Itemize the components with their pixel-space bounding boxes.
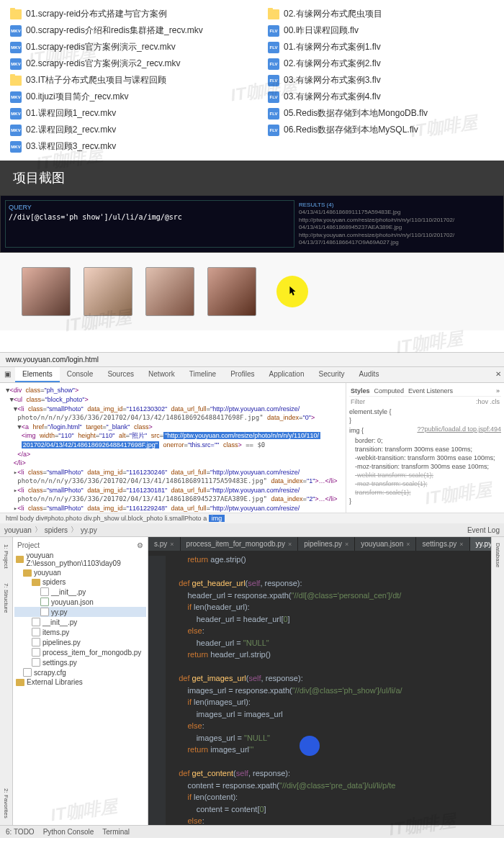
- project-tree[interactable]: Project ⚙ youyuan Z:\lesson_python\1103\…: [13, 537, 148, 825]
- devtools-tab-profiles[interactable]: Profiles: [223, 367, 261, 382]
- flv-icon: FLV: [268, 91, 279, 103]
- browser-url-bar[interactable]: www.youyuan.com/login.html: [0, 352, 504, 366]
- devtools-elements-panel[interactable]: ▼<div class="ph_show"> ▼<ul class="block…: [0, 383, 346, 513]
- devtools-tab-audits[interactable]: Audits: [352, 367, 387, 382]
- crumb-segment[interactable]: html: [6, 515, 18, 522]
- tree-item[interactable]: scrapy.cfg: [14, 667, 146, 677]
- crumb-segment[interactable]: a: [203, 515, 207, 522]
- css-rule[interactable]: transition: transform 300ms ease 100ms;: [349, 446, 501, 453]
- css-rule[interactable]: transform: scale(1);: [349, 489, 501, 496]
- file-name: 01.有缘网分布式案例1.flv: [284, 41, 381, 53]
- crumb-segment[interactable]: li.smallPhoto: [165, 515, 202, 522]
- tool-tab-structure[interactable]: 7: Structure: [3, 583, 9, 613]
- devtools-tab-elements[interactable]: Elements: [15, 367, 60, 382]
- file-item[interactable]: MKV01.课程回顾1_recv.mkv: [9, 105, 238, 122]
- ide-left-gutter[interactable]: 1: Project 7: Structure 2: Favorites: [0, 537, 13, 825]
- profile-photo[interactable]: [84, 267, 132, 316]
- file-item[interactable]: FLV05.Redis数据存储到本地MongoDB.flv: [266, 105, 495, 122]
- devtools-tab-application[interactable]: Application: [262, 367, 312, 382]
- result-line: http://ptw.youyuan.com/resize/photo/n/n/…: [299, 217, 498, 224]
- result-line: http://ptw.youyuan.com/resize/photo/n/n/…: [299, 232, 498, 239]
- close-icon[interactable]: ×: [288, 541, 292, 548]
- editor-tab[interactable]: youyuan.json×: [355, 537, 416, 551]
- file-item[interactable]: FLV03.有缘网分布式案例4.flv: [266, 89, 495, 105]
- file-item[interactable]: MKV01.scrapy-redis官方案例演示_recv.mkv: [9, 39, 238, 55]
- file-item[interactable]: FLV03.有缘网分布式案例3.flv: [266, 72, 495, 89]
- xpath-query-input[interactable]: [9, 213, 291, 221]
- file-item[interactable]: FLV02.有缘网分布式案例2.flv: [266, 55, 495, 72]
- css-rule[interactable]: -moz-transition: transform 300ms ease 10…: [349, 463, 501, 470]
- tool-tab-favorites[interactable]: 2: Favorites: [3, 788, 9, 819]
- tool-tab-python-console[interactable]: Python Console: [43, 828, 94, 836]
- crumb-segment[interactable]: ul.block_photo: [121, 515, 163, 522]
- profile-photo[interactable]: [207, 267, 256, 316]
- css-rule[interactable]: -moz-transform: scale(1);: [349, 480, 501, 487]
- devtools-tab-timeline[interactable]: Timeline: [182, 367, 223, 382]
- breadcrumb-item[interactable]: spiders: [45, 526, 68, 534]
- close-icon[interactable]: ×: [406, 541, 410, 548]
- tree-item[interactable]: External Libraries: [14, 677, 146, 687]
- tree-item[interactable]: youyuan Z:\lesson_python\1103\day09: [14, 551, 146, 568]
- devtools-tab-sources[interactable]: Sources: [100, 367, 141, 382]
- css-rule[interactable]: -webkit-transform: scale(1);: [349, 472, 501, 479]
- close-icon[interactable]: ×: [345, 541, 348, 548]
- tree-item[interactable]: process_item_for_mongodb.py: [14, 647, 146, 657]
- tree-item[interactable]: __init__.py: [14, 587, 146, 597]
- editor-tab[interactable]: pipelines.py×: [298, 537, 355, 551]
- file-item[interactable]: FLV01.有缘网分布式案例1.flv: [266, 39, 495, 55]
- styles-subtab[interactable]: Computed: [374, 387, 405, 395]
- py-icon: [32, 648, 40, 657]
- devtools-styles-panel[interactable]: StylesComputedEvent Listeners» Filter:ho…: [346, 383, 504, 513]
- crumb-segment[interactable]: div#photo.photo: [36, 515, 82, 522]
- styles-subtab[interactable]: Event Listeners: [408, 387, 453, 395]
- tree-item[interactable]: youyuan.json: [14, 597, 146, 607]
- file-item[interactable]: FLV00.昨日课程回顾.flv: [266, 22, 495, 39]
- file-item[interactable]: MKV02.scrapy-redis官方案例演示2_recv.mkv: [9, 55, 238, 72]
- file-item[interactable]: MKV02.课程回顾2_recv.mkv: [9, 122, 238, 138]
- tool-tab-project[interactable]: 1: Project: [3, 544, 9, 569]
- devtools-breadcrumb[interactable]: html body div#photo.photo div.ph_show ul…: [0, 513, 504, 523]
- tool-tab-database[interactable]: Database: [495, 543, 501, 567]
- event-log-link[interactable]: Event Log: [467, 526, 500, 534]
- file-item[interactable]: 03.IT桔子分布式爬虫项目与课程回顾: [9, 72, 238, 89]
- code-editor[interactable]: s.py×process_item_for_mongodb.py×pipelin…: [148, 537, 491, 825]
- inspect-icon[interactable]: ▣: [0, 367, 15, 382]
- close-icon[interactable]: ×: [459, 541, 463, 548]
- tree-item[interactable]: settings.py: [14, 657, 146, 667]
- editor-tab[interactable]: s.py×: [148, 537, 181, 551]
- file-item[interactable]: MKV00.itjuzi项目简介_recv.mkv: [9, 89, 238, 105]
- profile-photo[interactable]: [22, 267, 71, 316]
- file-item[interactable]: 01.scrapy-reid分布式搭建与官方案例: [9, 6, 238, 22]
- tree-item[interactable]: items.py: [14, 627, 146, 637]
- tool-tab-todo[interactable]: 6: TODO: [6, 828, 35, 836]
- editor-tab[interactable]: process_item_for_mongodb.py×: [181, 537, 299, 551]
- close-icon[interactable]: ✕: [492, 367, 504, 382]
- tree-item[interactable]: pipelines.py: [14, 637, 146, 647]
- editor-tab[interactable]: yy.py×: [470, 537, 491, 551]
- profile-photo[interactable]: [145, 267, 194, 316]
- ide-bottom-bar[interactable]: 6: TODO Python Console Terminal: [0, 825, 504, 838]
- file-item[interactable]: 02.有缘网分布式爬虫项目: [266, 6, 495, 22]
- editor-tab[interactable]: settings.py×: [416, 537, 469, 551]
- file-item[interactable]: MKV03.课程回顾3_recv.mkv: [9, 138, 238, 155]
- tool-tab-terminal[interactable]: Terminal: [102, 828, 130, 836]
- crumb-segment[interactable]: img: [209, 515, 225, 522]
- file-item[interactable]: FLV06.Redis数据存储到本地MySQL.flv: [266, 122, 495, 138]
- tree-item[interactable]: youyuan: [14, 568, 146, 577]
- styles-subtab[interactable]: Styles: [351, 387, 370, 395]
- close-icon[interactable]: ×: [170, 541, 174, 548]
- file-item[interactable]: MKV00.scrapy-redis介绍和redis集群搭建_recv.mkv: [9, 22, 238, 39]
- crumb-segment[interactable]: div.ph_show: [84, 515, 119, 522]
- breadcrumb-item[interactable]: youyuan: [4, 526, 32, 534]
- breadcrumb-item[interactable]: yy.py: [81, 526, 97, 534]
- crumb-segment[interactable]: body: [20, 515, 35, 522]
- css-rule[interactable]: -webkit-transition: transform 300ms ease…: [349, 454, 501, 461]
- tree-item[interactable]: __init__.py: [14, 617, 146, 627]
- tree-item[interactable]: yy.py: [14, 607, 146, 617]
- devtools-tab-security[interactable]: Security: [311, 367, 351, 382]
- devtools-tab-network[interactable]: Network: [141, 367, 182, 382]
- tree-item[interactable]: spiders: [14, 577, 146, 587]
- gear-icon[interactable]: ⚙: [137, 541, 143, 549]
- devtools-tab-console[interactable]: Console: [60, 367, 101, 382]
- css-rule[interactable]: border: 0;: [349, 437, 501, 444]
